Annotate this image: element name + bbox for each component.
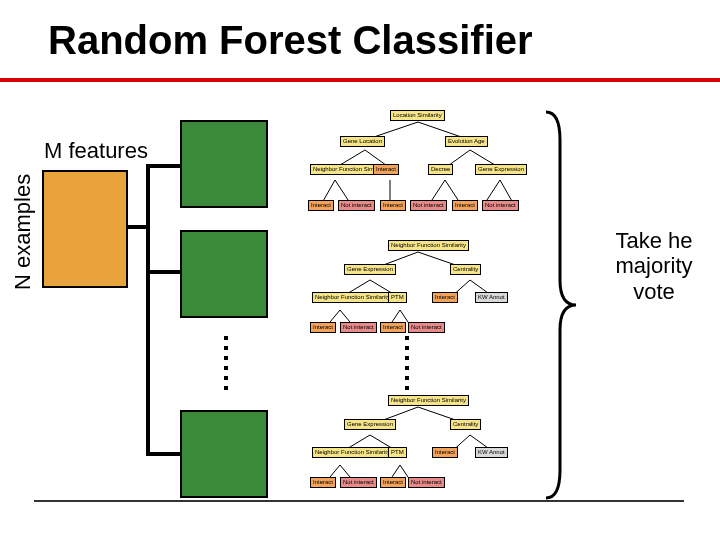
tree-root-node: Location Similarity xyxy=(390,110,445,121)
tree-node: Neighbor Function Similarity xyxy=(312,447,393,458)
subset-box-2 xyxy=(180,230,268,318)
majority-vote-label: Take he majority vote xyxy=(604,228,704,304)
tree-leaf: Interact xyxy=(432,292,458,303)
tree-node: Gene Expression xyxy=(344,419,396,430)
subset-box-3 xyxy=(180,410,268,498)
connector xyxy=(146,164,182,168)
tree-leaf: Not interact xyxy=(482,200,519,211)
tree-leaf: Interact xyxy=(373,164,399,175)
tree-leaf: Not interact xyxy=(408,477,445,488)
tree-leaf: Interact xyxy=(310,477,336,488)
vertical-ellipsis-icon xyxy=(405,336,409,390)
tree-leaf: KW Annot xyxy=(475,292,508,303)
tree-leaf: Not interact xyxy=(410,200,447,211)
tree-node: Neighbor Function Similarity xyxy=(312,292,393,303)
tree-leaf: Interact xyxy=(452,200,478,211)
tree-leaf: Not interact xyxy=(338,200,375,211)
connector xyxy=(146,164,150,456)
tree-leaf: Not interact xyxy=(408,322,445,333)
slide: Random Forest Classifier M features N ex… xyxy=(0,0,720,540)
decision-tree-1: Location Similarity Gene Location Evolut… xyxy=(310,108,525,223)
connector xyxy=(146,270,182,274)
curly-brace-icon xyxy=(538,110,578,500)
tree-root-node: Neighbor Function Similarity xyxy=(388,395,469,406)
tree-leaf: Interact xyxy=(432,447,458,458)
tree-node: Gene Expression xyxy=(344,264,396,275)
dataset-box xyxy=(42,170,128,288)
tree-node: PTM xyxy=(388,292,407,303)
m-features-label: M features xyxy=(44,138,148,164)
tree-leaf: Not interact xyxy=(340,477,377,488)
title-underline xyxy=(0,78,720,82)
tree-node: PTM xyxy=(388,447,407,458)
subset-box-1 xyxy=(180,120,268,208)
connector xyxy=(128,225,148,229)
n-examples-label: N examples xyxy=(10,174,36,290)
decision-tree-3: Neighbor Function Similarity Gene Expres… xyxy=(310,395,525,495)
connector xyxy=(146,452,182,456)
tree-node: Decree xyxy=(428,164,453,175)
tree-node: Centrality xyxy=(450,264,481,275)
tree-leaf: Interact xyxy=(380,200,406,211)
decision-tree-2: Neighbor Function Similarity Gene Expres… xyxy=(310,240,525,340)
tree-root-node: Neighbor Function Similarity xyxy=(388,240,469,251)
tree-node: Gene Expression xyxy=(475,164,527,175)
bottom-underline xyxy=(34,500,684,502)
tree-leaf: Interact xyxy=(310,322,336,333)
vertical-ellipsis-icon xyxy=(224,336,228,390)
tree-leaf: Not interact xyxy=(340,322,377,333)
tree-leaf: Interact xyxy=(380,477,406,488)
tree-node: Centrality xyxy=(450,419,481,430)
tree-leaf: KW Annot xyxy=(475,447,508,458)
tree-leaf: Interact xyxy=(380,322,406,333)
tree-leaf: Interact xyxy=(308,200,334,211)
tree-node: Gene Location xyxy=(340,136,385,147)
page-title: Random Forest Classifier xyxy=(48,18,533,63)
tree-node: Evolution Age xyxy=(445,136,488,147)
